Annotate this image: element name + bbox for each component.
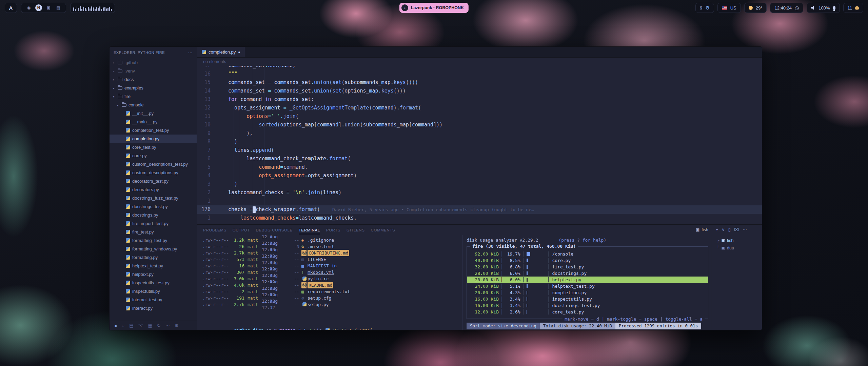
search-icon[interactable]: ◌ — [122, 323, 124, 328]
new-terminal[interactable]: + — [716, 227, 718, 232]
dua-entry-row[interactable]: 20.00 KiB│4.3%││completion.py — [470, 289, 705, 296]
file-tree-item[interactable]: completion.py — [110, 135, 197, 143]
more-icon[interactable]: ⋯ — [165, 323, 170, 328]
extensions-icon[interactable]: ▦ — [148, 323, 152, 328]
file-tree-item[interactable]: ▸ console — [110, 101, 197, 109]
dua-entry-row[interactable]: 32.00 KiB│6.8%││fire_test.py — [470, 264, 705, 270]
workspace-button[interactable]: ▤ — [55, 4, 62, 11]
file-tree-item[interactable]: custom_descriptions_test.py — [110, 160, 197, 168]
dua-entry-row[interactable]: 24.00 KiB│5.1%││helptext_test.py — [470, 283, 705, 289]
code-line[interactable]: 2 lastcommand_checks = '\n'.join(lines) — [197, 188, 762, 197]
file-tree-item[interactable]: formatting_windows.py — [110, 245, 197, 253]
code-line[interactable]: 6 lastcommand_check_template.format( — [197, 155, 762, 163]
code-line[interactable]: 9 ), — [197, 129, 762, 138]
source-control-icon[interactable]: ⌥ — [138, 323, 143, 328]
volume-widget[interactable]: 100% — [807, 3, 840, 13]
keyboard-layout-widget[interactable]: US — [717, 3, 741, 13]
file-tree-item[interactable]: helptext.py — [110, 270, 197, 279]
panel-tab[interactable]: GITLENS — [347, 226, 364, 234]
settings-icon[interactable]: ⚙ — [175, 323, 179, 328]
file-tree-item[interactable]: docstrings_test.py — [110, 202, 197, 211]
more-actions[interactable]: ⋯ — [743, 227, 747, 232]
dua-entry-row[interactable]: 40.00 KiB│8.5%││core.py — [470, 257, 705, 264]
file-tree-item[interactable]: formatting.py — [110, 253, 197, 262]
dua-entry-row[interactable]: 28.00 KiB│6.0%││docstrings.py — [470, 270, 705, 277]
terminal-list-item[interactable]: └ ▣ dua — [717, 244, 760, 252]
dua-entry-row[interactable]: 28.00 KiB│6.0%││helptext.py — [467, 277, 708, 283]
code-line[interactable]: 10 sorted(options_map[command].union(sub… — [197, 121, 762, 129]
dua-entry-row[interactable]: 16.00 KiB│3.4%││docstrings_test.py — [470, 302, 705, 309]
file-tree-item[interactable]: interact_test.py — [110, 296, 197, 304]
code-line[interactable]: 11 options=' '.join( — [197, 112, 762, 121]
terminal-dua[interactable]: disk usage analyzer v2.29.2 (press ? for… — [462, 235, 712, 330]
notifications-widget[interactable]: 11 — [843, 3, 864, 13]
launcher-button[interactable]: A — [5, 3, 17, 13]
code-editor[interactable]: 17 commands_set.add(name) 16 """ 15 comm… — [197, 66, 762, 224]
file-tree-item[interactable]: fire_import_test.py — [110, 219, 197, 228]
shell-prompt-input[interactable]: ❯ — [202, 321, 462, 327]
file-tree-item[interactable]: decorators_test.py — [110, 177, 197, 185]
file-tree-item[interactable]: fire_test.py — [110, 228, 197, 236]
sync-icon[interactable]: ↻ — [157, 323, 161, 328]
code-line[interactable]: 4 opts_assignment=opts_assignment) — [197, 171, 762, 180]
tab-completion-py[interactable]: completion.py ● — [197, 47, 245, 57]
code-line[interactable]: 1 lastcommand_checks=lastcommand_checks, — [197, 214, 762, 222]
file-tree-item[interactable]: __init__.py — [110, 109, 197, 118]
updates-widget[interactable]: 9 ⚙ — [695, 3, 714, 13]
code-line[interactable]: 1 — [197, 197, 762, 205]
file-tree-item[interactable]: docstrings.py — [110, 211, 197, 219]
dua-entry-row[interactable]: 12.00 KiB│2.6%││core_test.py — [470, 309, 705, 315]
terminal-list-item[interactable]: ┌ ▣ fish — [717, 237, 760, 244]
remote-icon[interactable]: ● — [114, 323, 117, 328]
panel-tab[interactable]: TERMINAL — [299, 226, 320, 234]
file-tree-item[interactable]: inspectutils_test.py — [110, 279, 197, 287]
code-line[interactable]: 8 ) — [197, 138, 762, 146]
clock-widget[interactable]: 12:40:24 ◷ — [770, 3, 803, 13]
file-tree-item[interactable]: ▸ .venv — [110, 67, 197, 75]
file-tree-item[interactable]: ▾ fire — [110, 92, 197, 101]
file-tree-item[interactable]: completion_test.py — [110, 126, 197, 135]
media-widget[interactable]: ♪ Lazerpunk - ROBOPHONK — [399, 3, 469, 13]
file-tree-item[interactable]: ▸ examples — [110, 84, 197, 92]
weather-widget[interactable]: 29° — [744, 3, 767, 13]
file-tree-item[interactable]: helptext_test.py — [110, 262, 197, 270]
file-tree-item[interactable]: docstrings_fuzz_test.py — [110, 194, 197, 202]
panel-tab[interactable]: DEBUG CONSOLE — [256, 226, 293, 234]
file-tree-item[interactable]: core.py — [110, 151, 197, 160]
code-line[interactable]: 5 command=command, — [197, 163, 762, 171]
code-line[interactable]: 16 """ — [197, 70, 762, 78]
panel-tab[interactable]: OUTPUT — [233, 226, 250, 234]
file-tree-item[interactable]: inspectutils.py — [110, 287, 197, 296]
panel-tab[interactable]: PROBLEMS — [203, 226, 226, 234]
file-tree-item[interactable]: formatting_test.py — [110, 236, 197, 245]
code-line[interactable]: 17 commands_set.add(name) — [197, 66, 762, 70]
code-line[interactable]: 12 opts_assignment = _GetOptsAssignmentT… — [197, 104, 762, 112]
panel-tab[interactable]: COMMENTS — [371, 226, 395, 234]
file-tree-item[interactable]: custom_descriptions.py — [110, 168, 197, 177]
workspace-button[interactable]: N — [35, 4, 42, 11]
split-terminal[interactable]: ▯ — [728, 227, 731, 232]
file-tree-item[interactable]: ▸ .github — [110, 58, 197, 67]
file-tree-item[interactable]: ▸ docs — [110, 75, 197, 84]
file-tree-item[interactable]: __main__.py — [110, 118, 197, 126]
terminal-profile-button[interactable]: ▣ fish — [695, 227, 708, 232]
dua-entry-row[interactable]: 16.00 KiB│3.4%││inspectutils.py — [470, 296, 705, 302]
code-line[interactable]: 7 lines.append( — [197, 146, 762, 155]
modified-dot-icon[interactable]: ● — [238, 50, 240, 54]
code-line[interactable]: 15 commands_set = commands_set.union(set… — [197, 78, 762, 87]
code-line[interactable]: 3 ) — [197, 180, 762, 188]
dua-entry-row[interactable]: 92.00 KiB│19.7%││/console — [470, 251, 705, 257]
code-line[interactable]: 176 checks =check_wrapper.format(David B… — [197, 205, 762, 214]
kill-terminal[interactable]: ⌧ — [734, 227, 739, 232]
system-graph-widget[interactable] — [70, 3, 115, 13]
code-line[interactable]: 13 for command in commands_set: — [197, 95, 762, 104]
workspace-button[interactable]: ▣ — [45, 4, 52, 11]
panel-tab[interactable]: PORTS — [326, 226, 340, 234]
explorer-menu-icon[interactable]: ⋯ — [188, 50, 193, 55]
workspace-button[interactable]: ◉ — [25, 4, 32, 11]
file-tree-item[interactable]: decorators.py — [110, 185, 197, 194]
breadcrumb[interactable]: no elements — [197, 58, 762, 66]
code-line[interactable]: 14 commands_set = commands_set.union(set… — [197, 87, 762, 95]
files-icon[interactable]: ▤ — [129, 323, 133, 328]
terminal-fish[interactable]: .rw-r--r-- 1.2k matt 12 Aug 12:32 -- ◈ .… — [197, 235, 462, 330]
